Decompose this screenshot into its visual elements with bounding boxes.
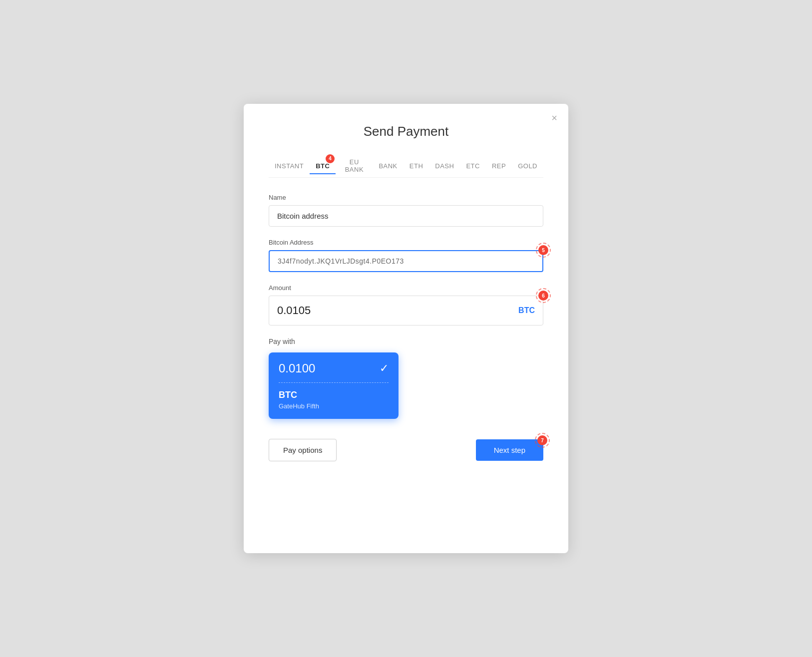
tab-rep[interactable]: REP <box>486 158 512 174</box>
amount-field-group: Amount 6 0.0105 BTC <box>269 284 543 326</box>
tab-gold[interactable]: GOLD <box>512 158 543 174</box>
tabs-container: INSTANT BTC 4 EU BANK BANK ETH DASH ETC … <box>269 154 543 178</box>
name-input[interactable] <box>269 205 543 227</box>
pay-options-button[interactable]: Pay options <box>269 439 337 461</box>
modal-overlay: × Send Payment INSTANT BTC 4 EU BANK BAN… <box>0 0 812 657</box>
card-bank: GateHub Fifth <box>279 402 389 410</box>
amount-step-badge: 6 <box>538 291 548 301</box>
tab-etc[interactable]: ETC <box>460 158 486 174</box>
btc-tab-badge: 4 <box>326 154 335 163</box>
tab-bank[interactable]: BANK <box>373 158 403 174</box>
pay-with-section: Pay with 0.0100 ✓ BTC GateHub Fifth <box>269 337 543 419</box>
name-field-group: Name <box>269 194 543 227</box>
card-currency: BTC <box>279 390 389 400</box>
tab-eth[interactable]: ETH <box>404 158 429 174</box>
footer-actions: Pay options 7 Next step <box>269 439 543 461</box>
amount-display[interactable]: 0.0105 BTC <box>269 296 543 326</box>
tab-eu-bank[interactable]: EU BANK <box>336 154 373 177</box>
modal-title: Send Payment <box>269 124 543 139</box>
amount-wrapper: 6 0.0105 BTC <box>269 296 543 326</box>
amount-label: Amount <box>269 284 543 292</box>
tab-instant[interactable]: INSTANT <box>269 158 310 174</box>
pay-with-label: Pay with <box>269 337 543 345</box>
card-balance: 0.0100 <box>279 361 315 375</box>
next-step-button[interactable]: Next step <box>476 439 543 461</box>
bitcoin-address-field-group: Bitcoin Address 5 <box>269 239 543 272</box>
modal-container: × Send Payment INSTANT BTC 4 EU BANK BAN… <box>244 104 568 553</box>
address-step-badge: 5 <box>538 245 548 255</box>
bitcoin-address-wrapper: 5 <box>269 250 543 272</box>
tab-dash[interactable]: DASH <box>429 158 460 174</box>
card-check-icon: ✓ <box>380 362 389 375</box>
amount-currency: BTC <box>518 306 535 315</box>
card-bottom: BTC GateHub Fifth <box>279 390 389 410</box>
bitcoin-address-label: Bitcoin Address <box>269 239 543 246</box>
tab-btc[interactable]: BTC 4 <box>310 158 336 174</box>
next-step-badge: 7 <box>537 435 547 445</box>
bitcoin-address-input[interactable] <box>269 250 543 272</box>
next-step-wrapper: 7 Next step <box>476 439 543 461</box>
name-label: Name <box>269 194 543 201</box>
card-top: 0.0100 ✓ <box>279 361 389 383</box>
close-button[interactable]: × <box>551 113 557 123</box>
payment-card[interactable]: 0.0100 ✓ BTC GateHub Fifth <box>269 352 399 419</box>
amount-value: 0.0105 <box>277 304 311 317</box>
